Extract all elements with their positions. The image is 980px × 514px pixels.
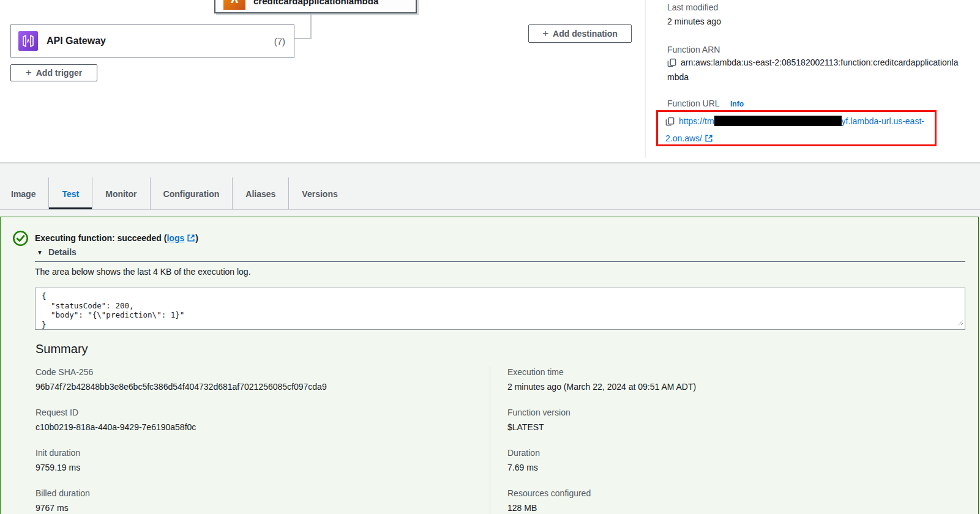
lambda-service-icon: λ bbox=[223, 0, 245, 10]
summary-item-request-id: Request ID c10b0219-818a-440a-9429-7e619… bbox=[36, 406, 490, 433]
summary-item-function-version: Function version $LATEST bbox=[507, 406, 966, 433]
lambda-function-name: creditcardapplicationlambda bbox=[253, 0, 378, 7]
tab-aliases[interactable]: Aliases bbox=[232, 177, 288, 210]
details-label: Details bbox=[48, 247, 77, 257]
summary-right-column: Execution time 2 minutes ago (March 22, … bbox=[490, 366, 966, 514]
lambda-function-node[interactable]: λ creditcardapplicationlambda bbox=[214, 0, 417, 13]
summary-left-column: Code SHA-256 96b74f72b42848bb3e8e6bc5fc3… bbox=[36, 366, 490, 514]
external-link-icon bbox=[705, 132, 713, 147]
copy-icon[interactable] bbox=[665, 116, 675, 131]
execution-log-content: { "statusCode": 200, "body": "{\"predict… bbox=[42, 291, 959, 329]
function-url-label: Function URL Info bbox=[667, 99, 744, 108]
tabs-divider bbox=[0, 209, 980, 210]
logs-link[interactable]: logs bbox=[166, 233, 184, 243]
details-toggle[interactable]: ▼Details bbox=[37, 247, 77, 257]
execution-log-note: The area below shows the last 4 KB of th… bbox=[35, 267, 251, 277]
summary-item-execution-time: Execution time 2 minutes ago (March 22, … bbox=[507, 366, 966, 393]
tab-image[interactable]: Image bbox=[11, 177, 48, 210]
add-destination-button[interactable]: + Add destination bbox=[528, 24, 632, 43]
function-arn-label: Function ARN bbox=[667, 45, 720, 54]
external-link-icon bbox=[187, 234, 195, 244]
add-trigger-button[interactable]: + Add trigger bbox=[10, 64, 97, 81]
success-check-icon bbox=[12, 230, 29, 249]
execution-status-text: Executing function: succeeded (logs ) bbox=[35, 233, 198, 244]
tab-configuration[interactable]: Configuration bbox=[150, 177, 233, 210]
trigger-count-badge: (7) bbox=[274, 36, 285, 47]
function-overview-panel: λ creditcardapplicationlambda API Gatewa… bbox=[0, 0, 980, 163]
redacted-url-segment bbox=[714, 116, 842, 126]
summary-item-duration: Duration 7.69 ms bbox=[507, 447, 966, 474]
diagram-connector-line bbox=[294, 13, 312, 39]
tab-test[interactable]: Test bbox=[48, 177, 92, 210]
summary-item-billed-duration: Billed duration 9767 ms bbox=[36, 487, 490, 514]
summary-section: Code SHA-256 96b74f72b42848bb3e8e6bc5fc3… bbox=[36, 366, 966, 514]
details-divider bbox=[35, 261, 965, 262]
lambda-console-page: λ creditcardapplicationlambda API Gatewa… bbox=[0, 0, 980, 514]
overview-vertical-divider bbox=[645, 0, 646, 158]
function-url-link[interactable]: https://tmyf.lambda-url.us-east-2.on.aws… bbox=[665, 116, 924, 143]
api-gateway-trigger-node[interactable]: API Gateway (7) bbox=[10, 24, 294, 58]
plus-icon: + bbox=[26, 67, 32, 78]
function-arn-value: arn:aws:lambda:us-east-2:085182002113:fu… bbox=[667, 58, 958, 82]
function-tabs: Image Test Monitor Configuration Aliases… bbox=[11, 177, 980, 210]
execution-log-textarea[interactable]: { "statusCode": 200, "body": "{\"predict… bbox=[35, 288, 965, 330]
last-modified-value: 2 minutes ago bbox=[667, 17, 721, 26]
function-arn-row: arn:aws:lambda:us-east-2:085182002113:fu… bbox=[667, 56, 962, 84]
caret-down-icon: ▼ bbox=[37, 249, 43, 256]
copy-icon[interactable] bbox=[667, 58, 676, 71]
last-modified-label: Last modified bbox=[667, 2, 718, 12]
tab-monitor[interactable]: Monitor bbox=[92, 177, 149, 210]
resize-handle[interactable] bbox=[957, 317, 963, 328]
trigger-name: API Gateway bbox=[47, 35, 106, 47]
add-trigger-label: Add trigger bbox=[36, 68, 82, 78]
summary-item-code-sha256: Code SHA-256 96b74f72b42848bb3e8e6bc5fc3… bbox=[36, 366, 490, 393]
tab-versions[interactable]: Versions bbox=[288, 177, 350, 210]
summary-item-resources-configured: Resources configured 128 MB bbox=[507, 487, 966, 514]
plus-icon: + bbox=[542, 28, 548, 39]
summary-heading: Summary bbox=[36, 342, 88, 356]
summary-item-init-duration: Init duration 9759.19 ms bbox=[36, 447, 490, 474]
add-destination-label: Add destination bbox=[553, 29, 618, 39]
api-gateway-icon bbox=[18, 31, 38, 51]
info-link[interactable]: Info bbox=[730, 100, 744, 108]
function-url-highlight-box: https://tmyf.lambda-url.us-east-2.on.aws… bbox=[656, 110, 937, 146]
